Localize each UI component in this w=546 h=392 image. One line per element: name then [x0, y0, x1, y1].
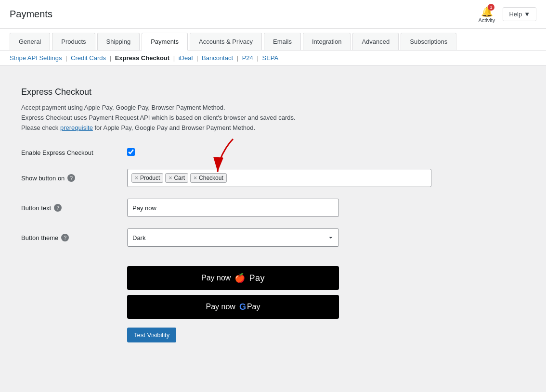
tab-advanced[interactable]: Advanced	[352, 33, 399, 50]
tab-products[interactable]: Products	[52, 33, 95, 50]
button-text-input[interactable]	[127, 199, 339, 217]
help-label: Help	[509, 11, 522, 18]
subnav: Stripe API Settings | Credit Cards | Exp…	[0, 51, 546, 66]
separator: |	[257, 54, 258, 62]
button-theme-row: Button theme ? Dark Light Outline	[21, 223, 431, 253]
button-text-row: Button text ?	[21, 193, 431, 223]
tag-product-remove[interactable]: ×	[135, 175, 138, 181]
enable-value-cell	[127, 142, 431, 163]
desc-line1: Accept payment using Apple Pay, Google P…	[21, 103, 431, 113]
tabs-nav: General Products Shipping Payments Accou…	[10, 29, 536, 50]
button-text-value-cell	[127, 193, 431, 223]
button-text-label: Button text	[21, 204, 51, 212]
apple-pay-text: Pay now	[201, 274, 231, 282]
enable-row: Enable Express Checkout	[21, 142, 431, 163]
page-title: Payments	[10, 9, 52, 20]
enable-checkbox[interactable]	[127, 148, 135, 156]
tab-general[interactable]: General	[10, 33, 50, 50]
apple-pay-preview-button[interactable]: Pay now 🍎 Pay	[127, 266, 339, 290]
google-pay-preview-button[interactable]: Pay now GPay	[127, 295, 339, 319]
separator: |	[196, 54, 198, 62]
show-button-tags-input[interactable]: × Product × Cart × Checkout	[127, 169, 431, 187]
main-content: Express Checkout Accept payment using Ap…	[10, 76, 443, 360]
tab-shipping[interactable]: Shipping	[97, 33, 140, 50]
button-theme-label: Button theme	[21, 234, 58, 241]
separator: |	[237, 54, 238, 62]
prerequisite-link[interactable]: prerequisite	[60, 124, 93, 131]
section-title: Express Checkout	[21, 87, 431, 97]
enable-label-cell: Enable Express Checkout	[21, 142, 127, 163]
help-button[interactable]: Help ▼	[503, 7, 536, 21]
subnav-p24[interactable]: P24	[242, 54, 253, 62]
desc-line3: Please check prerequisite for Apple Pay,…	[21, 123, 431, 133]
show-button-value-cell: × Product × Cart × Checkout	[127, 163, 431, 193]
tag-cart: × Cart	[165, 173, 188, 183]
enable-label: Enable Express Checkout	[21, 149, 93, 156]
button-theme-value-cell: Dark Light Outline	[127, 223, 431, 253]
desc-line3-before: Please check	[21, 124, 60, 131]
topbar-right: 🔔 1 Activity Help ▼	[479, 6, 536, 23]
preview-row: Pay now 🍎 Pay Pay now GPay	[21, 253, 431, 348]
google-pay-logo: GPay	[239, 302, 260, 312]
desc-line3-after: for Apple Pay, Google Pay and Browser Pa…	[93, 124, 255, 131]
button-theme-help-icon[interactable]: ?	[61, 234, 69, 241]
tag-checkout: × Checkout	[190, 173, 227, 183]
subnav-stripe-api[interactable]: Stripe API Settings	[10, 54, 62, 62]
apple-pay-icon: 🍎	[234, 273, 245, 283]
button-theme-select[interactable]: Dark Light Outline	[127, 228, 339, 247]
tag-cart-remove[interactable]: ×	[169, 175, 172, 181]
test-visibility-button[interactable]: Test Visibility	[127, 328, 176, 342]
tab-subscriptions[interactable]: Subscriptions	[401, 33, 456, 50]
separator: |	[173, 54, 175, 62]
google-pay-text: Pay now	[206, 303, 235, 311]
subnav-credit-cards[interactable]: Credit Cards	[71, 54, 106, 62]
activity-label: Activity	[479, 17, 495, 23]
tag-checkout-label: Checkout	[199, 175, 223, 181]
preview-value-cell: Pay now 🍎 Pay Pay now GPay	[127, 253, 431, 348]
show-button-help-icon[interactable]: ?	[67, 174, 75, 182]
description: Accept payment using Apple Pay, Google P…	[21, 103, 431, 133]
activity-badge: 1	[488, 4, 494, 11]
subnav-sepa[interactable]: SEPA	[262, 54, 278, 62]
separator: |	[110, 54, 111, 62]
preview-label-cell	[21, 253, 127, 348]
tab-emails[interactable]: Emails	[264, 33, 301, 50]
show-button-label: Show button on	[21, 175, 65, 182]
tabs-wrapper: General Products Shipping Payments Accou…	[0, 29, 546, 51]
button-text-help-icon[interactable]: ?	[54, 204, 62, 212]
tab-integration[interactable]: Integration	[303, 33, 351, 50]
show-button-label-cell: Show button on ?	[21, 163, 127, 193]
desc-line2: Express Checkout uses Payment Request AP…	[21, 113, 431, 123]
tag-product: × Product	[131, 173, 163, 183]
subnav-bancontact[interactable]: Bancontact	[202, 54, 233, 62]
tag-checkout-remove[interactable]: ×	[194, 175, 197, 181]
separator: |	[65, 54, 67, 62]
preview-section: Pay now 🍎 Pay Pay now GPay	[127, 258, 431, 342]
topbar: Payments 🔔 1 Activity Help ▼	[0, 0, 546, 29]
subnav-express-checkout: Express Checkout	[115, 54, 169, 62]
activity-button[interactable]: 🔔 1 Activity	[479, 6, 495, 23]
tag-cart-label: Cart	[174, 175, 185, 181]
form-table: Enable Express Checkout Show button on ?	[21, 142, 431, 348]
tab-payments[interactable]: Payments	[142, 33, 188, 51]
show-button-row: Show button on ?	[21, 163, 431, 193]
button-theme-label-cell: Button theme ?	[21, 223, 127, 253]
button-text-label-cell: Button text ?	[21, 193, 127, 223]
apple-pay-label: Pay	[249, 273, 265, 283]
tag-product-label: Product	[140, 175, 160, 181]
tab-accounts-privacy[interactable]: Accounts & Privacy	[190, 33, 262, 50]
chevron-down-icon: ▼	[524, 11, 530, 18]
subnav-ideal[interactable]: iDeal	[179, 54, 193, 62]
activity-icon-wrap: 🔔 1	[481, 6, 493, 17]
